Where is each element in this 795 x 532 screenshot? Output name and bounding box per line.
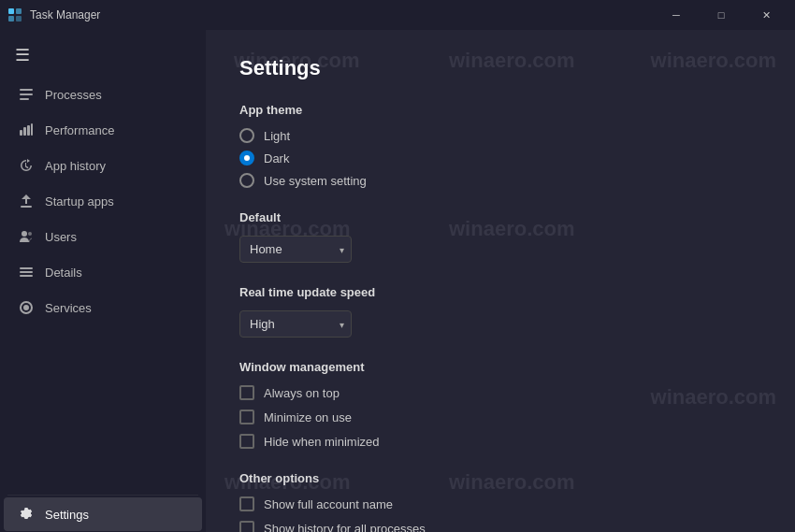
radio-circle-system (239, 173, 254, 188)
window-management-label: Window management (239, 360, 761, 374)
svg-rect-15 (20, 271, 33, 273)
sidebar-item-services[interactable]: Services (4, 291, 202, 324)
radio-system-label: Use system setting (264, 174, 367, 188)
page-title: Settings (239, 56, 761, 80)
sidebar-item-startup-apps[interactable]: Startup apps (4, 184, 202, 218)
radio-dark-label: Dark (264, 151, 289, 165)
sidebar-label-startup-apps: Startup apps (45, 194, 114, 208)
sidebar-item-app-history[interactable]: App history (4, 149, 202, 182)
window-management-checkboxes: Always on top Minimize on use Hide when … (239, 385, 761, 449)
radio-circle-light (239, 128, 254, 143)
svg-rect-9 (27, 125, 30, 136)
sidebar-label-processes: Processes (45, 88, 102, 102)
radio-light[interactable]: Light (239, 128, 761, 143)
details-icon (19, 265, 34, 280)
maximize-button[interactable]: □ (700, 0, 743, 30)
checkbox-minimize-on-use[interactable]: Minimize on use (239, 410, 761, 424)
sidebar-label-performance: Performance (45, 123, 114, 137)
svg-point-13 (28, 232, 32, 236)
realtime-label: Real time update speed (239, 285, 761, 299)
app-history-icon (19, 158, 34, 173)
sidebar-label-services: Services (45, 301, 92, 315)
svg-rect-10 (31, 123, 33, 136)
titlebar-left: Task Manager (7, 7, 100, 22)
content-area: winaero.com winaero.com winaero.com wina… (206, 30, 795, 532)
other-options-section: Other options Show full account name Sho… (239, 471, 761, 532)
other-options-label: Other options (239, 471, 761, 485)
processes-icon (19, 87, 34, 102)
radio-circle-dark (239, 151, 254, 165)
default-dropdown-container: Home Processes Performance App history ▾ (239, 236, 352, 263)
titlebar-title: Task Manager (30, 8, 100, 22)
checkbox-label-hide-when-minimized: Hide when minimized (264, 435, 380, 449)
app-theme-radio-group: Light Dark Use system setting (239, 128, 761, 188)
svg-rect-8 (23, 127, 26, 136)
realtime-dropdown-container: High Medium Low Paused ▾ (239, 310, 352, 338)
sidebar-divider (7, 495, 198, 496)
radio-system[interactable]: Use system setting (239, 173, 761, 188)
checkbox-box-hide-when-minimized (239, 434, 254, 449)
titlebar: Task Manager ─ □ ✕ (0, 0, 795, 30)
svg-rect-11 (21, 206, 32, 208)
checkbox-box-full-account-name (239, 496, 254, 511)
sidebar-label-users: Users (45, 230, 77, 244)
other-options-checkboxes: Show full account name Show history for … (239, 496, 761, 532)
sidebar-item-settings[interactable]: Settings (4, 497, 202, 531)
svg-rect-0 (8, 8, 14, 14)
settings-icon (19, 507, 34, 522)
app-theme-section: App theme Light Dark Use system setting (239, 103, 761, 188)
services-icon (19, 300, 34, 315)
checkbox-history-all-processes[interactable]: Show history for all processes (239, 521, 761, 532)
svg-rect-6 (20, 98, 29, 100)
sidebar-label-details: Details (45, 266, 82, 280)
checkbox-label-full-account-name: Show full account name (264, 497, 393, 511)
app-icon (7, 7, 22, 22)
sidebar-item-details[interactable]: Details (4, 255, 202, 289)
svg-rect-7 (20, 130, 22, 136)
hamburger-icon[interactable]: ☰ (0, 37, 206, 77)
default-section: Default Home Processes Performance App h… (239, 210, 761, 263)
window-management-section: Window management Always on top Minimize… (239, 360, 761, 449)
minimize-button[interactable]: ─ (655, 0, 698, 30)
sidebar-item-processes[interactable]: Processes (4, 78, 202, 111)
sidebar-item-users[interactable]: Users (4, 220, 202, 253)
default-label: Default (239, 210, 761, 224)
checkbox-full-account-name[interactable]: Show full account name (239, 496, 761, 511)
checkbox-box-history-all-processes (239, 521, 254, 532)
close-button[interactable]: ✕ (744, 0, 788, 30)
titlebar-controls: ─ □ ✕ (655, 0, 788, 30)
checkbox-box-minimize-on-use (239, 410, 254, 424)
sidebar-bottom: Settings (0, 493, 206, 532)
realtime-section: Real time update speed High Medium Low P… (239, 285, 761, 338)
users-icon (19, 229, 34, 244)
checkbox-label-history-all-processes: Show history for all processes (264, 522, 426, 533)
svg-rect-2 (8, 16, 14, 22)
sidebar: ☰ Processes Performance (0, 30, 206, 532)
performance-icon (19, 122, 34, 137)
app-theme-label: App theme (239, 103, 761, 117)
checkbox-hide-when-minimized[interactable]: Hide when minimized (239, 434, 761, 449)
sidebar-item-performance[interactable]: Performance (4, 113, 202, 147)
realtime-dropdown[interactable]: High Medium Low Paused (239, 310, 352, 338)
svg-rect-16 (20, 275, 33, 277)
startup-icon (19, 194, 34, 208)
sidebar-label-settings: Settings (45, 508, 89, 522)
main-container: ☰ Processes Performance (0, 30, 795, 532)
svg-point-12 (22, 231, 27, 237)
radio-dark[interactable]: Dark (239, 151, 761, 165)
checkbox-box-always-on-top (239, 385, 254, 400)
checkbox-label-minimize-on-use: Minimize on use (264, 410, 352, 424)
sidebar-label-app-history: App history (45, 159, 106, 173)
checkbox-label-always-on-top: Always on top (264, 386, 340, 400)
svg-rect-14 (20, 267, 33, 269)
radio-light-label: Light (264, 129, 290, 143)
svg-rect-5 (20, 93, 33, 95)
checkbox-always-on-top[interactable]: Always on top (239, 385, 761, 400)
svg-rect-4 (20, 89, 33, 91)
svg-rect-1 (16, 8, 22, 14)
svg-rect-3 (16, 16, 22, 22)
default-dropdown[interactable]: Home Processes Performance App history (239, 236, 352, 263)
